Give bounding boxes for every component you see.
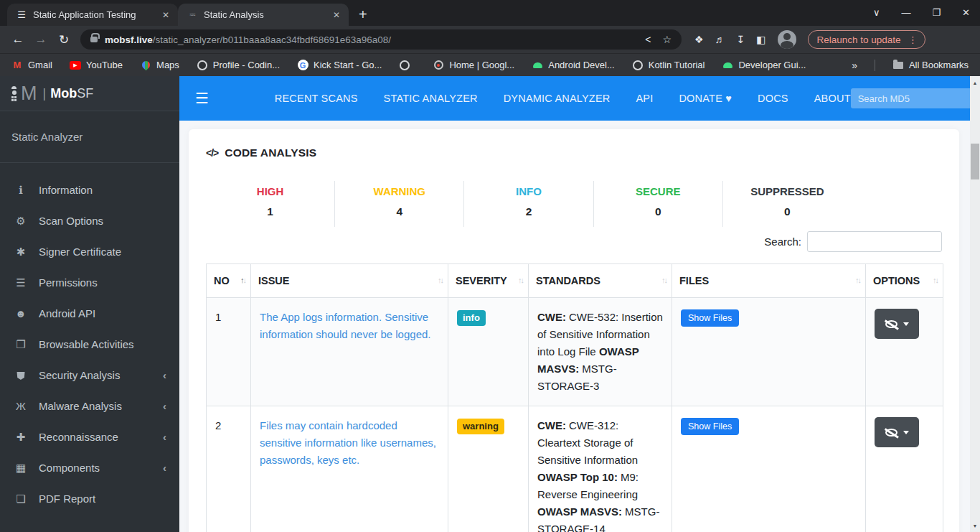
issue-link[interactable]: Files may contain hardcoded sensitive in…	[260, 419, 436, 466]
google-g-icon: G	[297, 60, 308, 71]
column-header-severity[interactable]: SEVERITY↑↓	[448, 264, 529, 298]
code-analysis-card: </> CODE ANALYSIS HIGH1 WARNING4 INFO2 S…	[189, 129, 959, 532]
relaunch-to-update-button[interactable]: Relaunch to update ⋮	[808, 30, 925, 49]
tab-search-chevron-icon[interactable]: ∨	[873, 7, 880, 18]
globe-icon	[399, 60, 410, 71]
cell-issue: Files may contain hardcoded sensitive in…	[251, 406, 448, 532]
media-playlist-icon[interactable]: ♬	[715, 34, 725, 45]
bookmark-android-developers[interactable]: Android Devel...	[532, 60, 615, 71]
table-search: Search:	[206, 231, 942, 252]
issue-link[interactable]: The App logs information. Sensitive info…	[260, 311, 431, 340]
relaunch-label: Relaunch to update	[817, 34, 901, 45]
bookmarks-overflow-chevron[interactable]: »	[852, 60, 857, 71]
browser-menu-icon[interactable]: ⋮	[908, 34, 918, 45]
sort-icon[interactable]: ↑↓	[933, 276, 938, 284]
hamburger-menu-icon[interactable]: ☰	[195, 90, 209, 107]
sidebar-item-signer-certificate[interactable]: ✱Signer Certificate	[0, 236, 179, 267]
close-button[interactable]: ✕	[962, 7, 970, 18]
nav-docs[interactable]: DOCS	[758, 93, 788, 104]
scrollbar-thumb[interactable]	[971, 144, 979, 179]
restore-button[interactable]: ❐	[932, 7, 941, 18]
downloads-icon[interactable]: ↧	[737, 34, 745, 45]
forward-button[interactable]: →	[30, 32, 52, 47]
nav-about[interactable]: ABOUT	[814, 93, 851, 104]
list-icon: ☰	[13, 276, 29, 289]
column-header-standards[interactable]: STANDARDS↑↓	[529, 264, 672, 298]
browser-tab-2[interactable]: ≈≈ Static Analysis ✕	[178, 4, 349, 26]
sidebar-item-android-api[interactable]: ☻Android API	[0, 298, 179, 329]
md5-search-box[interactable]	[851, 88, 980, 108]
chevron-left-icon: ‹	[163, 431, 166, 443]
bookmark-profile[interactable]: Profile - Codin...	[197, 60, 280, 71]
sidebar-item-malware-analysis[interactable]: ЖMalware Analysis‹	[0, 391, 179, 421]
bookmark-star-icon[interactable]: ☆	[662, 34, 672, 45]
table-row: 1 The App logs information. Sensitive in…	[207, 298, 943, 406]
bookmark-kick-start[interactable]: GKick Start - Go...	[297, 60, 382, 71]
show-files-button[interactable]: Show Files	[681, 418, 739, 435]
home-dot-icon	[433, 60, 444, 71]
bookmark-youtube[interactable]: ▶YouTube	[70, 60, 123, 71]
scroll-down-arrow[interactable]: ▼	[970, 521, 980, 531]
sort-icon[interactable]: ↑↓	[855, 276, 860, 284]
bookmark-developer-guides[interactable]: Developer Gui...	[722, 60, 806, 71]
new-tab-button[interactable]: +	[359, 6, 367, 23]
bookmark-maps[interactable]: Maps	[140, 60, 179, 71]
nav-donate[interactable]: DONATE ♥	[679, 93, 732, 104]
scroll-up-arrow[interactable]: ▲	[970, 78, 980, 88]
page-scrollbar[interactable]: ▲ ▼	[970, 76, 980, 532]
sidebar-item-components[interactable]: ▦Components‹	[0, 452, 179, 483]
sidebar-item-permissions[interactable]: ☰Permissions	[0, 267, 179, 298]
sidebar-item-reconnaissance[interactable]: ✚Reconnaissance‹	[0, 421, 179, 452]
android-robot-icon: ☻	[13, 307, 29, 319]
sidebar-item-information[interactable]: ℹInformation	[0, 174, 179, 205]
cell-options	[866, 298, 943, 406]
brand-name: MobSF	[50, 86, 93, 101]
chevron-left-icon: ‹	[163, 369, 166, 381]
browser-tab-1[interactable]: ☰ Static Application Testing ✕	[7, 4, 178, 26]
sort-icon[interactable]: ↑↓	[661, 276, 666, 284]
share-icon[interactable]: <	[645, 34, 651, 45]
column-header-options[interactable]: OPTIONS↑↓	[866, 264, 943, 298]
suppress-dropdown-button[interactable]	[875, 309, 919, 339]
cell-severity: warning	[448, 406, 529, 532]
extensions-icon[interactable]: ❖	[694, 34, 704, 45]
md5-search-input[interactable]	[858, 93, 980, 104]
nav-api[interactable]: API	[636, 93, 653, 104]
profile-avatar[interactable]	[778, 30, 796, 49]
column-header-files[interactable]: FILES↑↓	[672, 264, 866, 298]
mobsf-logo[interactable]: M | MobSF	[0, 76, 179, 111]
chevron-left-icon: ‹	[163, 400, 166, 412]
side-panel-icon[interactable]: ◧	[756, 34, 765, 45]
lock-icon[interactable]	[90, 37, 98, 42]
nav-static-analyzer[interactable]: STATIC ANALYZER	[384, 93, 478, 104]
column-header-issue[interactable]: ISSUE↑↓	[251, 264, 448, 298]
sidebar-item-pdf-report[interactable]: ❏PDF Report	[0, 483, 179, 514]
reload-button[interactable]: ↻	[53, 32, 75, 47]
column-header-no[interactable]: NO↑↓	[207, 264, 251, 298]
back-button[interactable]: ←	[7, 32, 29, 47]
bookmark-kotlin-tutorial[interactable]: Kotlin Tutorial	[632, 60, 705, 71]
maps-pin-icon	[140, 60, 151, 71]
nav-dynamic-analyzer[interactable]: DYNAMIC ANALYZER	[504, 93, 611, 104]
sidebar-item-scan-options[interactable]: ⚙Scan Options	[0, 205, 179, 236]
bookmark-home-google[interactable]: Home | Googl...	[433, 60, 514, 71]
minimize-button[interactable]: —	[901, 7, 910, 18]
url-domain: mobsf.live	[105, 34, 153, 45]
bookmark-untitled[interactable]	[399, 60, 415, 71]
cell-standards: CWE:CWE-532: Insertion of Sensitive Info…	[529, 298, 672, 406]
all-bookmarks-button[interactable]: All Bookmarks	[892, 60, 969, 71]
sort-icon[interactable]: ↑↓	[240, 276, 245, 284]
tab-close-icon[interactable]: ✕	[331, 10, 341, 20]
sort-icon[interactable]: ↑↓	[518, 276, 523, 284]
suppress-dropdown-button[interactable]	[875, 417, 919, 447]
sidebar-item-browsable-activities[interactable]: ❐Browsable Activities	[0, 329, 179, 360]
tab-close-icon[interactable]: ✕	[161, 10, 171, 20]
table-search-input[interactable]	[807, 231, 942, 252]
tab-title: Static Application Testing	[33, 9, 155, 20]
bookmark-gmail[interactable]: MGmail	[11, 60, 52, 71]
sort-icon[interactable]: ↑↓	[438, 276, 443, 284]
nav-recent-scans[interactable]: RECENT SCANS	[275, 93, 358, 104]
address-bar[interactable]: mobsf.live/static_analyzer/b011baaa8aac3…	[80, 29, 682, 50]
sidebar-item-security-analysis[interactable]: ☗Security Analysis‹	[0, 360, 179, 391]
show-files-button[interactable]: Show Files	[681, 309, 739, 327]
